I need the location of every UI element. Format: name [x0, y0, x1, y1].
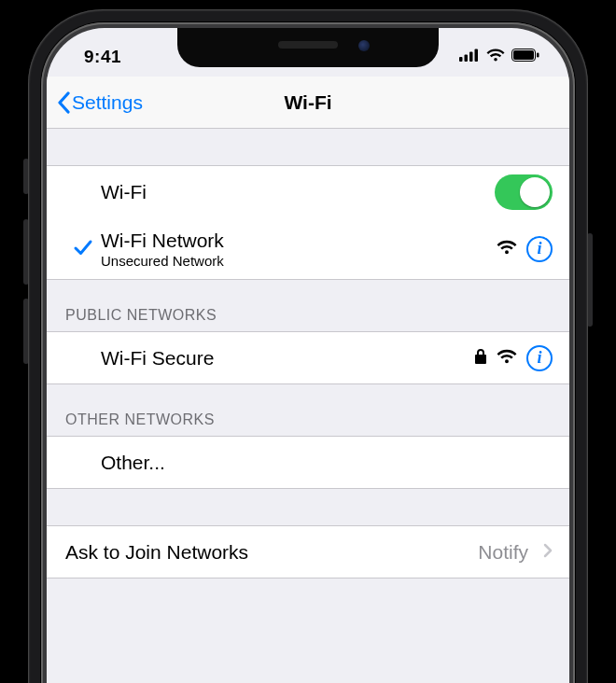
nav-bar: Settings Wi-Fi — [47, 77, 569, 129]
public-networks-header: PUBLIC NETWORKS — [47, 280, 569, 332]
other-networks-header: OTHER NETWORKS — [47, 384, 569, 437]
status-time: 9:41 — [84, 47, 121, 67]
back-label: Settings — [72, 91, 143, 114]
ask-to-join-row[interactable]: Ask to Join Networks Notify — [47, 526, 569, 578]
phone-frame: 9:41 — [28, 9, 588, 683]
wifi-signal-icon — [497, 240, 517, 258]
current-network-subtitle: Unsecured Network — [101, 253, 497, 269]
info-button[interactable]: i — [526, 345, 553, 371]
wifi-signal-icon — [497, 349, 517, 368]
front-camera — [358, 40, 370, 51]
page-title: Wi-Fi — [284, 91, 331, 114]
wifi-toggle[interactable] — [495, 174, 553, 210]
chevron-left-icon — [56, 91, 71, 114]
wifi-toggle-label: Wi-Fi — [101, 181, 495, 203]
chevron-right-icon — [543, 543, 553, 562]
back-button[interactable]: Settings — [56, 77, 143, 128]
ask-to-join-value: Notify — [478, 541, 528, 564]
svg-rect-2 — [469, 52, 473, 63]
wifi-status-icon — [486, 49, 505, 65]
svg-rect-5 — [513, 50, 534, 60]
svg-rect-6 — [537, 53, 539, 58]
checkmark-icon — [73, 237, 93, 261]
public-network-name: Wi-Fi Secure — [101, 347, 474, 369]
other-network-row[interactable]: Other... — [47, 437, 569, 489]
current-network-name: Wi-Fi Network — [101, 230, 497, 252]
screen: 9:41 — [47, 28, 569, 683]
other-label: Other... — [101, 452, 553, 474]
lock-icon — [474, 348, 487, 369]
wifi-toggle-row: Wi-Fi — [47, 166, 569, 218]
info-button[interactable]: i — [526, 236, 553, 262]
current-network-row[interactable]: Wi-Fi Network Unsecured Network i — [47, 218, 569, 280]
speaker-grille — [278, 41, 338, 49]
ask-to-join-label: Ask to Join Networks — [65, 541, 478, 564]
svg-rect-3 — [475, 49, 479, 63]
public-network-row[interactable]: Wi-Fi Secure i — [47, 332, 569, 384]
battery-icon — [511, 49, 539, 65]
svg-rect-0 — [459, 57, 463, 62]
notch — [177, 28, 439, 67]
svg-rect-1 — [465, 55, 469, 63]
cellular-icon — [459, 49, 480, 65]
